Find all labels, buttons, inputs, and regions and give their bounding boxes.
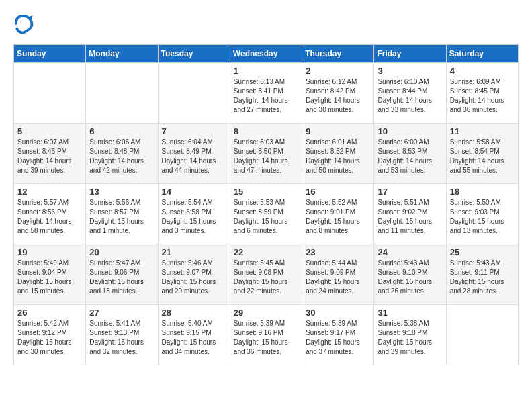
calendar-cell: 8Sunrise: 6:03 AM Sunset: 8:50 PM Daylig… xyxy=(230,124,302,184)
calendar-cell: 24Sunrise: 5:43 AM Sunset: 9:10 PM Dayli… xyxy=(374,244,446,305)
calendar-cell: 23Sunrise: 5:44 AM Sunset: 9:09 PM Dayli… xyxy=(302,244,374,305)
day-info: Sunrise: 5:56 AM Sunset: 8:57 PM Dayligh… xyxy=(89,198,154,236)
day-number: 7 xyxy=(162,126,226,136)
day-header-monday: Monday xyxy=(86,45,158,63)
day-info: Sunrise: 5:51 AM Sunset: 9:02 PM Dayligh… xyxy=(378,198,442,236)
day-number: 28 xyxy=(162,308,226,318)
calendar-cell: 12Sunrise: 5:57 AM Sunset: 8:56 PM Dayli… xyxy=(14,184,86,244)
calendar-cell: 4Sunrise: 6:09 AM Sunset: 8:45 PM Daylig… xyxy=(446,63,518,124)
day-number: 5 xyxy=(17,126,82,136)
day-info: Sunrise: 6:04 AM Sunset: 8:49 PM Dayligh… xyxy=(162,138,226,175)
calendar-cell: 14Sunrise: 5:54 AM Sunset: 8:58 PM Dayli… xyxy=(158,184,230,244)
day-info: Sunrise: 5:39 AM Sunset: 9:16 PM Dayligh… xyxy=(234,319,298,357)
calendar-cell xyxy=(14,63,86,124)
calendar-cell: 28Sunrise: 5:40 AM Sunset: 9:15 PM Dayli… xyxy=(158,305,230,365)
calendar-cell: 10Sunrise: 6:00 AM Sunset: 8:53 PM Dayli… xyxy=(374,124,446,184)
day-info: Sunrise: 5:46 AM Sunset: 9:07 PM Dayligh… xyxy=(162,259,226,296)
day-info: Sunrise: 5:45 AM Sunset: 9:08 PM Dayligh… xyxy=(234,259,298,296)
day-header-thursday: Thursday xyxy=(302,45,374,63)
day-info: Sunrise: 6:09 AM Sunset: 8:45 PM Dayligh… xyxy=(450,77,515,115)
day-number: 27 xyxy=(89,308,154,318)
calendar-cell: 13Sunrise: 5:56 AM Sunset: 8:57 PM Dayli… xyxy=(86,184,158,244)
day-info: Sunrise: 5:54 AM Sunset: 8:58 PM Dayligh… xyxy=(162,198,226,236)
calendar-cell: 15Sunrise: 5:53 AM Sunset: 8:59 PM Dayli… xyxy=(230,184,302,244)
calendar-cell: 7Sunrise: 6:04 AM Sunset: 8:49 PM Daylig… xyxy=(158,124,230,184)
day-info: Sunrise: 5:57 AM Sunset: 8:56 PM Dayligh… xyxy=(17,198,82,236)
day-info: Sunrise: 6:07 AM Sunset: 8:46 PM Dayligh… xyxy=(17,138,82,175)
day-info: Sunrise: 6:13 AM Sunset: 8:41 PM Dayligh… xyxy=(234,77,298,115)
day-header-friday: Friday xyxy=(374,45,446,63)
day-number: 2 xyxy=(306,66,370,76)
day-number: 21 xyxy=(162,247,226,257)
day-number: 8 xyxy=(234,126,298,136)
day-info: Sunrise: 5:43 AM Sunset: 9:10 PM Dayligh… xyxy=(378,259,442,296)
calendar-cell: 2Sunrise: 6:12 AM Sunset: 8:42 PM Daylig… xyxy=(302,63,374,124)
day-info: Sunrise: 5:53 AM Sunset: 8:59 PM Dayligh… xyxy=(234,198,298,236)
day-info: Sunrise: 6:10 AM Sunset: 8:44 PM Dayligh… xyxy=(378,77,442,115)
day-info: Sunrise: 6:01 AM Sunset: 8:52 PM Dayligh… xyxy=(306,138,370,175)
day-number: 19 xyxy=(17,247,82,257)
calendar-cell: 17Sunrise: 5:51 AM Sunset: 9:02 PM Dayli… xyxy=(374,184,446,244)
calendar-cell: 30Sunrise: 5:39 AM Sunset: 9:17 PM Dayli… xyxy=(302,305,374,365)
day-number: 16 xyxy=(306,187,370,197)
logo-icon xyxy=(13,13,34,34)
day-number: 17 xyxy=(378,187,442,197)
calendar-week-row: 26Sunrise: 5:42 AM Sunset: 9:12 PM Dayli… xyxy=(14,305,519,365)
day-number: 9 xyxy=(306,126,370,136)
day-number: 25 xyxy=(450,247,515,257)
day-number: 14 xyxy=(162,187,226,197)
day-number: 6 xyxy=(89,126,154,136)
calendar-cell: 3Sunrise: 6:10 AM Sunset: 8:44 PM Daylig… xyxy=(374,63,446,124)
calendar-cell: 1Sunrise: 6:13 AM Sunset: 8:41 PM Daylig… xyxy=(230,63,302,124)
calendar-cell: 20Sunrise: 5:47 AM Sunset: 9:06 PM Dayli… xyxy=(86,244,158,305)
day-info: Sunrise: 5:58 AM Sunset: 8:54 PM Dayligh… xyxy=(450,138,515,175)
day-number: 31 xyxy=(378,308,442,318)
day-info: Sunrise: 5:44 AM Sunset: 9:09 PM Dayligh… xyxy=(306,259,370,296)
calendar-cell: 5Sunrise: 6:07 AM Sunset: 8:46 PM Daylig… xyxy=(14,124,86,184)
calendar-table: SundayMondayTuesdayWednesdayThursdayFrid… xyxy=(13,44,519,365)
day-info: Sunrise: 5:39 AM Sunset: 9:17 PM Dayligh… xyxy=(306,319,370,357)
calendar-cell: 6Sunrise: 6:06 AM Sunset: 8:48 PM Daylig… xyxy=(86,124,158,184)
day-info: Sunrise: 6:00 AM Sunset: 8:53 PM Dayligh… xyxy=(378,138,442,175)
day-info: Sunrise: 6:12 AM Sunset: 8:42 PM Dayligh… xyxy=(306,77,370,115)
day-number: 22 xyxy=(234,247,298,257)
day-number: 10 xyxy=(378,126,442,136)
day-number: 4 xyxy=(450,66,515,76)
calendar-cell: 31Sunrise: 5:38 AM Sunset: 9:18 PM Dayli… xyxy=(374,305,446,365)
day-number: 12 xyxy=(17,187,82,197)
calendar-cell: 18Sunrise: 5:50 AM Sunset: 9:03 PM Dayli… xyxy=(446,184,518,244)
day-number: 24 xyxy=(378,247,442,257)
calendar-cell: 25Sunrise: 5:43 AM Sunset: 9:11 PM Dayli… xyxy=(446,244,518,305)
calendar-week-row: 1Sunrise: 6:13 AM Sunset: 8:41 PM Daylig… xyxy=(14,63,519,124)
day-info: Sunrise: 5:49 AM Sunset: 9:04 PM Dayligh… xyxy=(17,259,82,296)
calendar-cell xyxy=(86,63,158,124)
day-number: 11 xyxy=(450,126,515,136)
calendar-cell: 29Sunrise: 5:39 AM Sunset: 9:16 PM Dayli… xyxy=(230,305,302,365)
day-number: 13 xyxy=(89,187,154,197)
calendar-cell: 19Sunrise: 5:49 AM Sunset: 9:04 PM Dayli… xyxy=(14,244,86,305)
day-number: 26 xyxy=(17,308,82,318)
day-header-sunday: Sunday xyxy=(14,45,86,63)
day-header-tuesday: Tuesday xyxy=(158,45,230,63)
day-info: Sunrise: 5:52 AM Sunset: 9:01 PM Dayligh… xyxy=(306,198,370,236)
page-header xyxy=(13,13,519,34)
day-header-saturday: Saturday xyxy=(446,45,518,63)
calendar-cell: 22Sunrise: 5:45 AM Sunset: 9:08 PM Dayli… xyxy=(230,244,302,305)
day-number: 30 xyxy=(306,308,370,318)
day-info: Sunrise: 6:06 AM Sunset: 8:48 PM Dayligh… xyxy=(89,138,154,175)
day-info: Sunrise: 5:42 AM Sunset: 9:12 PM Dayligh… xyxy=(17,319,82,357)
day-number: 20 xyxy=(89,247,154,257)
calendar-cell: 21Sunrise: 5:46 AM Sunset: 9:07 PM Dayli… xyxy=(158,244,230,305)
day-number: 15 xyxy=(234,187,298,197)
calendar-cell: 16Sunrise: 5:52 AM Sunset: 9:01 PM Dayli… xyxy=(302,184,374,244)
day-number: 1 xyxy=(234,66,298,76)
day-info: Sunrise: 5:38 AM Sunset: 9:18 PM Dayligh… xyxy=(378,319,442,357)
calendar-week-row: 19Sunrise: 5:49 AM Sunset: 9:04 PM Dayli… xyxy=(14,244,519,305)
calendar-cell: 11Sunrise: 5:58 AM Sunset: 8:54 PM Dayli… xyxy=(446,124,518,184)
calendar-week-row: 12Sunrise: 5:57 AM Sunset: 8:56 PM Dayli… xyxy=(14,184,519,244)
day-number: 29 xyxy=(234,308,298,318)
calendar-header-row: SundayMondayTuesdayWednesdayThursdayFrid… xyxy=(14,45,519,63)
logo xyxy=(13,13,35,34)
day-info: Sunrise: 5:47 AM Sunset: 9:06 PM Dayligh… xyxy=(89,259,154,296)
calendar-cell: 27Sunrise: 5:41 AM Sunset: 9:13 PM Dayli… xyxy=(86,305,158,365)
